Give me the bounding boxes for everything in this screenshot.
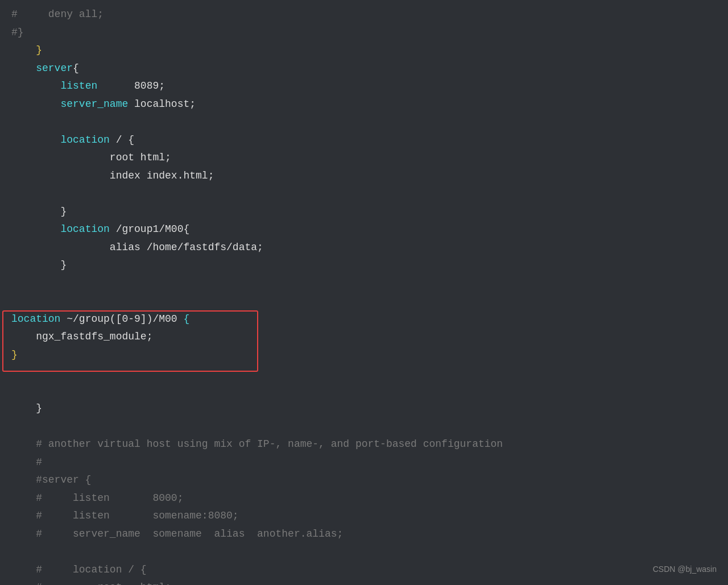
code-line bbox=[0, 185, 728, 203]
watermark: CSDN @bj_wasin bbox=[653, 565, 717, 574]
highlighted-code-line: } bbox=[0, 346, 728, 364]
code-line: } bbox=[0, 256, 728, 275]
code-line bbox=[0, 543, 728, 561]
code-line: # location / { bbox=[0, 561, 728, 579]
code-line: # another virtual host using mix of IP-,… bbox=[0, 435, 728, 454]
code-line: server_name localhost; bbox=[0, 96, 728, 114]
code-line: } bbox=[0, 400, 728, 418]
code-line bbox=[0, 418, 728, 436]
code-line: location / { bbox=[0, 131, 728, 150]
code-line: index index.html; bbox=[0, 167, 728, 185]
code-line: #} bbox=[0, 24, 728, 42]
highlighted-code-line: location ~/group([0-9])/M00 { bbox=[0, 310, 728, 329]
code-line: # bbox=[0, 454, 728, 472]
code-line: alias /home/fastdfs/data; bbox=[0, 239, 728, 257]
code-line: # deny all; bbox=[0, 6, 728, 24]
code-line: listen 8089; bbox=[0, 77, 728, 96]
code-line: #server { bbox=[0, 471, 728, 489]
code-line: # listen somename:8080; bbox=[0, 507, 728, 525]
code-editor: # deny all; #} } server{ listen 8089; se… bbox=[0, 0, 728, 585]
highlighted-code-line: ngx_fastdfs_module; bbox=[0, 328, 728, 346]
code-line: # server_name somename alias another.ali… bbox=[0, 525, 728, 543]
code-line: # root html; bbox=[0, 579, 728, 585]
code-line bbox=[0, 113, 728, 131]
code-line: location /group1/M00{ bbox=[0, 221, 728, 239]
code-line bbox=[0, 364, 728, 382]
code-line: } bbox=[0, 203, 728, 221]
code-line bbox=[0, 382, 728, 400]
code-line bbox=[0, 275, 728, 293]
code-line bbox=[0, 292, 728, 310]
code-line: # listen 8000; bbox=[0, 489, 728, 508]
code-line: server{ bbox=[0, 60, 728, 78]
code-line: root html; bbox=[0, 149, 728, 167]
code-line: } bbox=[0, 42, 728, 60]
